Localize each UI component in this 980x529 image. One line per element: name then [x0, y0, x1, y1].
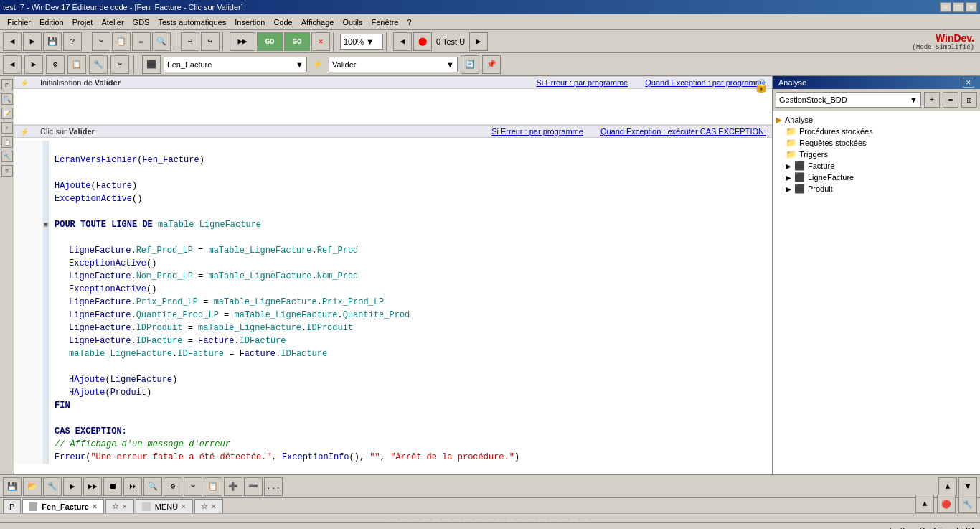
sidebar-icon-6[interactable]: 🔧 — [1, 151, 13, 162]
menu-edition[interactable]: Edition — [35, 17, 68, 28]
tb2-btn-1[interactable]: ◀ — [3, 55, 22, 74]
tab-star2[interactable]: ☆ ✕ — [194, 499, 223, 513]
sidebar-icon-1[interactable]: P — [1, 79, 13, 90]
menu-help[interactable]: ? — [402, 17, 415, 28]
bt-btn12[interactable]: ➕ — [224, 477, 242, 496]
line-code-erreur[interactable]: Erreur("Une erreur fatale a été détectée… — [49, 451, 519, 464]
line-code-exc3[interactable]: ExceptionActive() — [49, 283, 156, 296]
line-code-matable-idf[interactable]: maTable_LigneFacture.IDFacture = Facture… — [49, 347, 327, 360]
tb-btn-10[interactable]: ↪ — [201, 32, 220, 51]
menu-fichier[interactable]: Fichier — [3, 17, 35, 28]
event-selector[interactable]: Valider ▼ — [329, 57, 458, 72]
tb2-btn-3[interactable]: ⚙ — [46, 55, 65, 74]
bt-btn14[interactable]: ... — [264, 477, 283, 496]
bt-btn7[interactable]: ⏭ — [123, 477, 142, 496]
tab-scroll-up[interactable]: ▲ — [915, 495, 934, 513]
line-code-ecran[interactable]: EcranVersFichier(Fen_Facture) — [49, 154, 204, 167]
sidebar-icon-3[interactable]: 📝 — [1, 108, 13, 119]
tab-star1[interactable]: ☆ ✕ — [105, 499, 134, 513]
analyse-dropdown[interactable]: GestionStock_BDD ▼ — [776, 92, 921, 108]
editor-area[interactable]: 🔒 ⚡ Initialisation de Valider Si Erreur … — [14, 76, 772, 474]
bt-btn11[interactable]: 📋 — [204, 477, 222, 496]
bt-btn3[interactable]: 🔧 — [43, 477, 62, 496]
menu-code[interactable]: Code — [269, 17, 296, 28]
bt-btn13[interactable]: ➖ — [244, 477, 263, 496]
bt-btn2[interactable]: 📂 — [23, 477, 42, 496]
line-code-idf[interactable]: LigneFacture.IDFacture = Facture.IDFactu… — [49, 334, 286, 347]
tb2-btn-9[interactable]: 📌 — [482, 55, 501, 74]
line-code-cas[interactable]: CAS EXCEPTION: — [49, 425, 127, 438]
line-code-fin[interactable]: FIN — [49, 399, 70, 412]
minimize-button[interactable]: ─ — [940, 2, 951, 12]
sidebar-icon-2[interactable]: 🔍 — [1, 93, 13, 105]
zoom-dropdown[interactable]: 100% ▼ — [340, 34, 383, 50]
tb-btn-5[interactable]: ✂ — [92, 32, 110, 51]
menu-atelier[interactable]: Atelier — [97, 17, 128, 28]
tb-btn-error[interactable]: ⬤ — [413, 32, 432, 51]
code-content[interactable]: EcranVersFichier(Fen_Facture) HAjoute(Fa… — [14, 138, 772, 467]
tb-btn-8[interactable]: 🔍 — [152, 32, 171, 51]
bt-btn5[interactable]: ▶▶ — [83, 477, 102, 496]
tree-root-analyse[interactable]: ▶ Analyse — [776, 114, 977, 126]
tab-menu[interactable]: MENU ✕ — [136, 499, 193, 513]
line-code-prix[interactable]: LigneFacture.Prix_Prod_LP = maTable_Lign… — [49, 296, 384, 309]
menu-projet[interactable]: Projet — [68, 17, 98, 28]
menu-affichage[interactable]: Affichage — [297, 17, 339, 28]
tb-btn-2[interactable]: ▶ — [23, 32, 42, 51]
line-code-exc2[interactable]: ExceptionActive() — [49, 257, 156, 270]
menu-insertion[interactable]: Insertion — [230, 17, 269, 28]
analyse-btn2[interactable]: ≡ — [943, 92, 958, 108]
tab-star2-close[interactable]: ✕ — [211, 503, 217, 510]
line-code-hajoute-lf[interactable]: HAjoute(LigneFacture) — [49, 373, 177, 386]
menu-gds[interactable]: GDS — [128, 17, 154, 28]
menu-tests[interactable]: Tests automatiques — [154, 17, 230, 28]
tb-btn-go2[interactable]: GO — [284, 32, 310, 51]
sidebar-icon-7[interactable]: ? — [1, 165, 13, 177]
tab-fen-facture-close[interactable]: ✕ — [92, 503, 98, 510]
line-code-qte[interactable]: LigneFacture.Quantite_Prod_LP = maTable_… — [49, 309, 410, 322]
bt-btn8[interactable]: 🔍 — [143, 477, 162, 496]
tb-btn-9[interactable]: ↩ — [181, 32, 199, 51]
bt-btn10[interactable]: ✂ — [184, 477, 202, 496]
menu-outils[interactable]: Outils — [338, 17, 367, 28]
click-err-link[interactable]: Si Erreur : par programme — [491, 127, 583, 136]
tb2-btn-5[interactable]: 🔧 — [89, 55, 108, 74]
maximize-button[interactable]: □ — [953, 2, 964, 12]
bt-btn4[interactable]: ▶ — [63, 477, 82, 496]
line-code-exc1[interactable]: ExceptionActive() — [49, 192, 142, 205]
tab-p-icon[interactable]: P — [3, 499, 21, 513]
line-code-pour[interactable]: POUR TOUTE LIGNE DE maTable_LigneFacture — [49, 218, 261, 231]
bt-btn1[interactable]: 💾 — [3, 477, 22, 496]
sidebar-icon-4[interactable]: ⚡ — [1, 122, 13, 134]
line-code-comment[interactable]: // Affichage d'un message d'erreur — [49, 438, 230, 451]
tb-btn-stop[interactable]: ✕ — [311, 32, 330, 51]
tree-item-lignefacture[interactable]: ▶ ⬛ LigneFacture — [776, 172, 977, 183]
tb-btn-11[interactable]: ▶▶ — [230, 32, 255, 51]
init-exc-link[interactable]: Quand Exception : par programme — [645, 78, 766, 87]
tb-btn-13[interactable]: ▶ — [469, 32, 488, 51]
line-code-idp[interactable]: LigneFacture.IDProduit = maTable_LigneFa… — [49, 322, 353, 334]
tb-btn-go[interactable]: GO — [257, 32, 283, 51]
tb-btn-4[interactable]: ? — [63, 32, 82, 51]
scroll-down[interactable]: ▼ — [958, 477, 977, 496]
tb-btn-1[interactable]: ◀ — [3, 32, 22, 51]
tree-item-triggers[interactable]: 📁 Triggers — [776, 149, 977, 160]
tb2-btn-6[interactable]: ✂ — [110, 55, 129, 74]
analyse-btn3[interactable]: ⊞ — [961, 92, 977, 108]
tree-item-produit[interactable]: ▶ ⬛ Produit — [776, 183, 977, 195]
tab-icon1[interactable]: 🔴 — [937, 495, 956, 513]
tb2-btn-8[interactable]: 🔄 — [461, 55, 479, 74]
bt-btn9[interactable]: ⚙ — [164, 477, 182, 496]
close-button[interactable]: ✕ — [966, 2, 977, 12]
tab-menu-close[interactable]: ✕ — [181, 503, 187, 510]
form-selector[interactable]: Fen_Facture ▼ — [164, 57, 307, 72]
tab-icon2[interactable]: 🔧 — [958, 495, 977, 513]
tb2-btn-2[interactable]: ▶ — [24, 55, 43, 74]
line-code-nom[interactable]: LigneFacture.Nom_Prod_LP = maTable_Ligne… — [49, 270, 358, 283]
tb2-btn-4[interactable]: 📋 — [67, 55, 86, 74]
tree-item-procedures[interactable]: 📁 Procédures stockées — [776, 126, 977, 137]
analyse-btn1[interactable]: + — [924, 92, 940, 108]
tb-btn-6[interactable]: 📋 — [112, 32, 131, 51]
collapse-btn[interactable]: ▣ — [44, 218, 48, 231]
tab-star1-close[interactable]: ✕ — [122, 503, 128, 510]
